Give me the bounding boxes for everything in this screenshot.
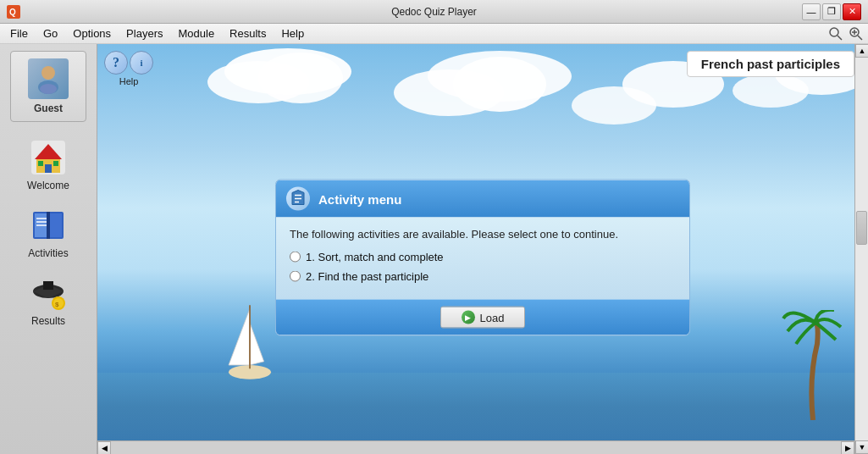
- water: [97, 373, 854, 440]
- minimize-button[interactable]: —: [802, 3, 821, 20]
- help-button[interactable]: ? i Help: [101, 47, 157, 90]
- svg-line-3: [838, 36, 842, 40]
- activity-radio-1[interactable]: [290, 252, 301, 263]
- scroll-left-button[interactable]: ◀: [97, 441, 111, 455]
- svg-text:Q: Q: [9, 8, 16, 17]
- svg-marker-32: [229, 308, 250, 365]
- scroll-thumb[interactable]: [856, 211, 867, 245]
- title-bar: Q Qedoc Quiz Player — ❐ ✕: [0, 0, 868, 24]
- help-icon-2: i: [130, 51, 153, 75]
- svg-point-10: [40, 84, 57, 94]
- activity-option-1: 1. Sort, match and complete: [290, 251, 676, 263]
- menu-file[interactable]: File: [3, 25, 35, 42]
- activity-option-2-label[interactable]: 2. Find the past participle: [306, 270, 428, 283]
- menu-bar: File Go Options Players Module Results H…: [0, 24, 868, 44]
- window-controls: — ❐ ✕: [802, 3, 861, 20]
- cloud-3: [224, 48, 351, 95]
- load-button[interactable]: ▶ Load: [440, 307, 526, 329]
- help-label: Help: [119, 76, 139, 86]
- activity-option-2: 2. Find the past participle: [290, 270, 676, 283]
- load-icon: ▶: [462, 311, 475, 324]
- svg-point-8: [41, 66, 55, 80]
- menu-go[interactable]: Go: [36, 25, 64, 42]
- menu-help[interactable]: Help: [274, 25, 311, 42]
- palm-tree: [775, 310, 843, 420]
- sidebar-item-results[interactable]: $ Results: [10, 268, 86, 332]
- toolbar-right: [827, 25, 865, 42]
- svg-marker-33: [250, 323, 264, 365]
- welcome-label: Welcome: [27, 180, 69, 191]
- svg-rect-14: [45, 164, 52, 173]
- cloud-6: [428, 51, 572, 102]
- menu-options[interactable]: Options: [66, 25, 118, 42]
- user-panel: Guest: [10, 51, 86, 122]
- main-layout: Guest Welcome: [0, 44, 868, 454]
- activity-header: Activity menu: [276, 180, 689, 218]
- sailboat: [216, 302, 284, 386]
- activity-body: The following activities are available. …: [276, 218, 689, 300]
- close-button[interactable]: ✕: [843, 3, 861, 20]
- load-label: Load: [480, 311, 505, 324]
- activity-footer: ▶ Load: [276, 300, 689, 335]
- activity-header-icon: [286, 187, 310, 211]
- avatar: [28, 58, 69, 99]
- svg-line-5: [858, 36, 862, 40]
- vertical-scrollbar: ▲ ▼: [854, 44, 868, 454]
- results-label: Results: [31, 315, 65, 327]
- scroll-up-button[interactable]: ▲: [855, 44, 868, 58]
- svg-rect-19: [48, 213, 62, 237]
- app-icon: Q: [7, 5, 20, 19]
- help-toolbar: ? i Help: [101, 47, 157, 90]
- sidebar: Guest Welcome: [0, 44, 97, 454]
- zoom-icon[interactable]: [848, 25, 865, 42]
- activities-label: Activities: [28, 247, 68, 259]
- scroll-down-button[interactable]: ▼: [855, 440, 868, 454]
- activity-description: The following activities are available. …: [290, 228, 676, 241]
- content-area: ? i Help French past participles: [97, 44, 868, 454]
- sidebar-item-activities[interactable]: Activities: [10, 200, 86, 264]
- svg-text:$: $: [55, 301, 59, 308]
- activity-radio-2[interactable]: [290, 271, 301, 282]
- menu-players[interactable]: Players: [119, 25, 169, 42]
- sidebar-item-welcome[interactable]: Welcome: [10, 132, 86, 197]
- search-icon[interactable]: [827, 25, 844, 42]
- menu-module[interactable]: Module: [171, 25, 221, 42]
- activity-panel: Activity menu The following activities a…: [275, 180, 690, 336]
- horizontal-scrollbar: ◀ ▶: [97, 440, 854, 454]
- restore-button[interactable]: ❐: [822, 3, 841, 20]
- scroll-track[interactable]: [855, 58, 868, 440]
- svg-point-2: [830, 28, 838, 36]
- svg-rect-15: [38, 161, 43, 166]
- activity-title: Activity menu: [318, 191, 401, 206]
- svg-rect-16: [53, 161, 58, 166]
- window-title: Qedoc Quiz Player: [0, 6, 868, 18]
- svg-rect-27: [43, 281, 53, 290]
- user-name: Guest: [34, 102, 63, 114]
- activity-option-1-label[interactable]: 1. Sort, match and complete: [306, 251, 444, 263]
- svg-rect-23: [47, 212, 50, 239]
- menu-results[interactable]: Results: [223, 25, 273, 42]
- scroll-right-button[interactable]: ▶: [841, 441, 854, 455]
- help-icon: ?: [104, 51, 128, 75]
- module-title: French past participles: [687, 51, 854, 77]
